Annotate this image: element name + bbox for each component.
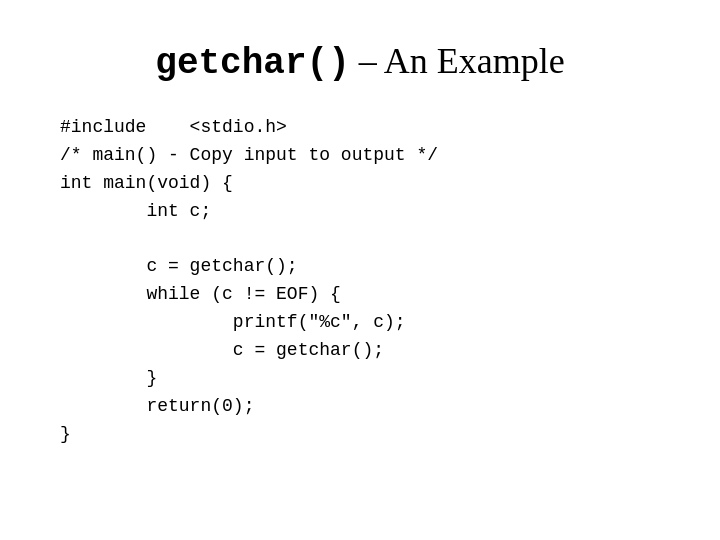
code-block: #include <stdio.h> /* main() - Copy inpu… <box>60 114 438 449</box>
slide-container: getchar() – An Example #include <stdio.h… <box>0 0 720 540</box>
title-text-part: – An Example <box>350 41 565 81</box>
slide-title: getchar() – An Example <box>60 40 660 84</box>
title-code-part: getchar() <box>155 43 349 84</box>
